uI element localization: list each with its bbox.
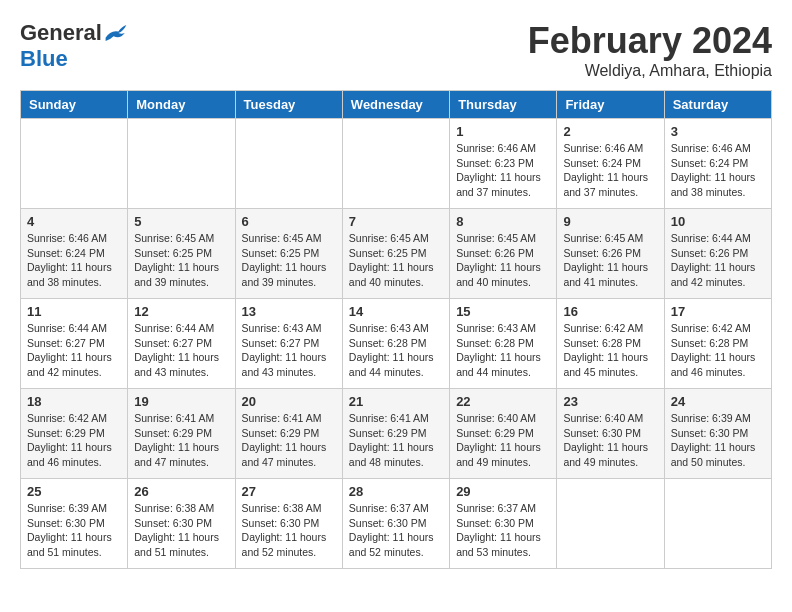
day-number: 10	[671, 214, 765, 229]
calendar-cell: 7Sunrise: 6:45 AM Sunset: 6:25 PM Daylig…	[342, 209, 449, 299]
day-number: 26	[134, 484, 228, 499]
calendar-cell: 20Sunrise: 6:41 AM Sunset: 6:29 PM Dayli…	[235, 389, 342, 479]
day-number: 12	[134, 304, 228, 319]
day-number: 18	[27, 394, 121, 409]
logo-blue-text: Blue	[20, 46, 68, 72]
calendar-cell: 9Sunrise: 6:45 AM Sunset: 6:26 PM Daylig…	[557, 209, 664, 299]
day-info: Sunrise: 6:38 AM Sunset: 6:30 PM Dayligh…	[134, 501, 228, 560]
day-number: 20	[242, 394, 336, 409]
calendar-header-row: SundayMondayTuesdayWednesdayThursdayFrid…	[21, 91, 772, 119]
calendar-cell: 29Sunrise: 6:37 AM Sunset: 6:30 PM Dayli…	[450, 479, 557, 569]
day-number: 29	[456, 484, 550, 499]
day-number: 16	[563, 304, 657, 319]
day-info: Sunrise: 6:43 AM Sunset: 6:27 PM Dayligh…	[242, 321, 336, 380]
calendar-cell: 5Sunrise: 6:45 AM Sunset: 6:25 PM Daylig…	[128, 209, 235, 299]
day-number: 8	[456, 214, 550, 229]
calendar-cell: 14Sunrise: 6:43 AM Sunset: 6:28 PM Dayli…	[342, 299, 449, 389]
calendar-cell	[235, 119, 342, 209]
calendar-week-row: 11Sunrise: 6:44 AM Sunset: 6:27 PM Dayli…	[21, 299, 772, 389]
day-info: Sunrise: 6:45 AM Sunset: 6:25 PM Dayligh…	[349, 231, 443, 290]
day-number: 11	[27, 304, 121, 319]
day-info: Sunrise: 6:43 AM Sunset: 6:28 PM Dayligh…	[456, 321, 550, 380]
day-info: Sunrise: 6:38 AM Sunset: 6:30 PM Dayligh…	[242, 501, 336, 560]
calendar-cell: 24Sunrise: 6:39 AM Sunset: 6:30 PM Dayli…	[664, 389, 771, 479]
day-number: 13	[242, 304, 336, 319]
day-number: 23	[563, 394, 657, 409]
day-info: Sunrise: 6:40 AM Sunset: 6:29 PM Dayligh…	[456, 411, 550, 470]
day-number: 22	[456, 394, 550, 409]
calendar-cell: 2Sunrise: 6:46 AM Sunset: 6:24 PM Daylig…	[557, 119, 664, 209]
calendar-cell: 28Sunrise: 6:37 AM Sunset: 6:30 PM Dayli…	[342, 479, 449, 569]
column-header-sunday: Sunday	[21, 91, 128, 119]
calendar-cell: 23Sunrise: 6:40 AM Sunset: 6:30 PM Dayli…	[557, 389, 664, 479]
column-header-saturday: Saturday	[664, 91, 771, 119]
day-number: 7	[349, 214, 443, 229]
calendar-cell: 19Sunrise: 6:41 AM Sunset: 6:29 PM Dayli…	[128, 389, 235, 479]
day-info: Sunrise: 6:46 AM Sunset: 6:24 PM Dayligh…	[563, 141, 657, 200]
header: General Blue February 2024 Weldiya, Amha…	[20, 20, 772, 80]
location-title: Weldiya, Amhara, Ethiopia	[528, 62, 772, 80]
day-number: 3	[671, 124, 765, 139]
logo-general-text: General	[20, 20, 102, 46]
day-number: 19	[134, 394, 228, 409]
calendar-week-row: 4Sunrise: 6:46 AM Sunset: 6:24 PM Daylig…	[21, 209, 772, 299]
calendar-cell: 15Sunrise: 6:43 AM Sunset: 6:28 PM Dayli…	[450, 299, 557, 389]
calendar-week-row: 25Sunrise: 6:39 AM Sunset: 6:30 PM Dayli…	[21, 479, 772, 569]
day-info: Sunrise: 6:45 AM Sunset: 6:26 PM Dayligh…	[563, 231, 657, 290]
day-number: 6	[242, 214, 336, 229]
month-title: February 2024	[528, 20, 772, 62]
calendar-cell: 18Sunrise: 6:42 AM Sunset: 6:29 PM Dayli…	[21, 389, 128, 479]
day-number: 9	[563, 214, 657, 229]
calendar-cell	[557, 479, 664, 569]
calendar-cell: 17Sunrise: 6:42 AM Sunset: 6:28 PM Dayli…	[664, 299, 771, 389]
calendar-cell	[664, 479, 771, 569]
day-info: Sunrise: 6:45 AM Sunset: 6:25 PM Dayligh…	[134, 231, 228, 290]
day-number: 1	[456, 124, 550, 139]
calendar-cell: 3Sunrise: 6:46 AM Sunset: 6:24 PM Daylig…	[664, 119, 771, 209]
day-number: 21	[349, 394, 443, 409]
day-number: 17	[671, 304, 765, 319]
calendar-cell: 10Sunrise: 6:44 AM Sunset: 6:26 PM Dayli…	[664, 209, 771, 299]
day-number: 24	[671, 394, 765, 409]
day-info: Sunrise: 6:45 AM Sunset: 6:26 PM Dayligh…	[456, 231, 550, 290]
day-number: 25	[27, 484, 121, 499]
day-info: Sunrise: 6:42 AM Sunset: 6:29 PM Dayligh…	[27, 411, 121, 470]
calendar-cell: 1Sunrise: 6:46 AM Sunset: 6:23 PM Daylig…	[450, 119, 557, 209]
day-number: 4	[27, 214, 121, 229]
calendar-week-row: 1Sunrise: 6:46 AM Sunset: 6:23 PM Daylig…	[21, 119, 772, 209]
day-info: Sunrise: 6:44 AM Sunset: 6:26 PM Dayligh…	[671, 231, 765, 290]
calendar-cell	[21, 119, 128, 209]
day-info: Sunrise: 6:37 AM Sunset: 6:30 PM Dayligh…	[349, 501, 443, 560]
calendar-cell	[342, 119, 449, 209]
day-info: Sunrise: 6:41 AM Sunset: 6:29 PM Dayligh…	[134, 411, 228, 470]
logo-bird-icon	[104, 23, 128, 43]
calendar-cell	[128, 119, 235, 209]
day-info: Sunrise: 6:42 AM Sunset: 6:28 PM Dayligh…	[563, 321, 657, 380]
day-info: Sunrise: 6:46 AM Sunset: 6:24 PM Dayligh…	[671, 141, 765, 200]
calendar-cell: 26Sunrise: 6:38 AM Sunset: 6:30 PM Dayli…	[128, 479, 235, 569]
calendar-cell: 21Sunrise: 6:41 AM Sunset: 6:29 PM Dayli…	[342, 389, 449, 479]
logo: General Blue	[20, 20, 128, 72]
column-header-friday: Friday	[557, 91, 664, 119]
day-info: Sunrise: 6:44 AM Sunset: 6:27 PM Dayligh…	[27, 321, 121, 380]
day-info: Sunrise: 6:43 AM Sunset: 6:28 PM Dayligh…	[349, 321, 443, 380]
day-number: 27	[242, 484, 336, 499]
calendar-cell: 4Sunrise: 6:46 AM Sunset: 6:24 PM Daylig…	[21, 209, 128, 299]
calendar-table: SundayMondayTuesdayWednesdayThursdayFrid…	[20, 90, 772, 569]
day-number: 15	[456, 304, 550, 319]
calendar-cell: 22Sunrise: 6:40 AM Sunset: 6:29 PM Dayli…	[450, 389, 557, 479]
calendar-cell: 8Sunrise: 6:45 AM Sunset: 6:26 PM Daylig…	[450, 209, 557, 299]
day-info: Sunrise: 6:37 AM Sunset: 6:30 PM Dayligh…	[456, 501, 550, 560]
column-header-tuesday: Tuesday	[235, 91, 342, 119]
calendar-cell: 6Sunrise: 6:45 AM Sunset: 6:25 PM Daylig…	[235, 209, 342, 299]
calendar-week-row: 18Sunrise: 6:42 AM Sunset: 6:29 PM Dayli…	[21, 389, 772, 479]
column-header-wednesday: Wednesday	[342, 91, 449, 119]
day-info: Sunrise: 6:39 AM Sunset: 6:30 PM Dayligh…	[671, 411, 765, 470]
calendar-cell: 13Sunrise: 6:43 AM Sunset: 6:27 PM Dayli…	[235, 299, 342, 389]
day-info: Sunrise: 6:41 AM Sunset: 6:29 PM Dayligh…	[242, 411, 336, 470]
day-info: Sunrise: 6:45 AM Sunset: 6:25 PM Dayligh…	[242, 231, 336, 290]
day-info: Sunrise: 6:46 AM Sunset: 6:24 PM Dayligh…	[27, 231, 121, 290]
day-info: Sunrise: 6:40 AM Sunset: 6:30 PM Dayligh…	[563, 411, 657, 470]
calendar-cell: 27Sunrise: 6:38 AM Sunset: 6:30 PM Dayli…	[235, 479, 342, 569]
day-info: Sunrise: 6:41 AM Sunset: 6:29 PM Dayligh…	[349, 411, 443, 470]
